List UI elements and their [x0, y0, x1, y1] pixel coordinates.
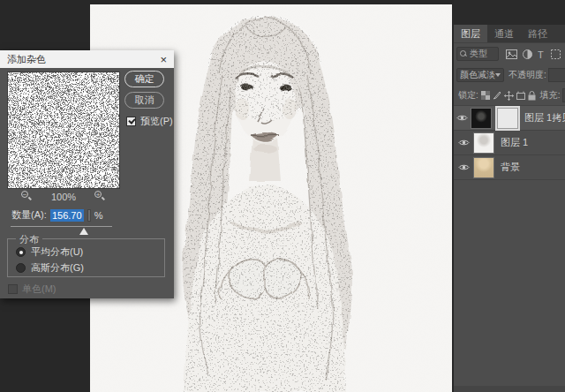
visibility-eye-icon[interactable] [456, 163, 471, 171]
amount-slider-track[interactable] [11, 226, 112, 227]
uniform-radio-label: 平均分布(U) [31, 245, 83, 259]
tab-paths[interactable]: 路径 [521, 25, 554, 42]
kind-filter-label: 类型 [470, 48, 487, 60]
tab-layers[interactable]: 图层 [454, 25, 487, 42]
gaussian-radio[interactable] [16, 263, 26, 273]
dialog-titlebar[interactable]: 添加杂色 × [0, 50, 174, 68]
lock-pixels-brush-icon[interactable] [493, 91, 501, 100]
zoom-out-icon[interactable]: − [21, 191, 33, 202]
panel-footer [454, 386, 565, 392]
dialog-title: 添加杂色 [7, 50, 46, 68]
cancel-button[interactable]: 取消 [124, 92, 164, 109]
ok-button[interactable]: 确定 [124, 71, 164, 87]
layer-thumbnail[interactable] [473, 157, 494, 178]
layer-thumbnail[interactable] [473, 132, 494, 154]
visibility-eye-icon[interactable] [456, 139, 471, 147]
blend-mode-value: 颜色减淡 [460, 69, 495, 81]
visibility-eye-icon[interactable] [456, 114, 468, 122]
svg-text:T: T [538, 49, 544, 59]
photoshop-workspace: 图层 通道 路径 类型 T 颜色减淡 不透明度: [0, 0, 565, 392]
layer-name[interactable]: 图层 1 [501, 136, 528, 149]
amount-slider-thumb[interactable] [79, 228, 88, 235]
panel-header-area [454, 0, 565, 25]
layers-panel: 图层 通道 路径 类型 T 颜色减淡 不透明度: [454, 0, 565, 392]
layer-list: 图层 1拷贝 图层 1 背景 [454, 105, 565, 180]
fill-label: 填充: [540, 89, 561, 102]
amount-stepper[interactable] [87, 209, 91, 222]
zoom-level: 100% [51, 192, 76, 202]
filter-shape-layers-icon[interactable] [551, 49, 561, 59]
lock-row: 锁定: 填充: [454, 86, 565, 105]
lock-all-icon[interactable] [528, 91, 536, 101]
amount-input[interactable]: 156.70 [50, 209, 84, 222]
fill-value-field[interactable] [562, 88, 565, 102]
opacity-value-field[interactable] [548, 68, 565, 82]
filter-pixel-layers-icon[interactable] [506, 49, 517, 59]
distribution-label: 分布 [16, 233, 42, 246]
blend-mode-select[interactable]: 颜色减淡 [456, 68, 504, 82]
monochrome-checkbox-label: 单色(M) [22, 283, 56, 296]
kind-filter-select[interactable]: 类型 [456, 47, 499, 61]
layer-row-background[interactable]: 背景 [454, 155, 565, 180]
monochrome-checkbox[interactable] [8, 284, 18, 294]
close-icon[interactable]: × [160, 54, 167, 65]
tab-channels[interactable]: 通道 [487, 25, 521, 42]
amount-label: 数量(A): [11, 208, 47, 222]
layer-name[interactable]: 背景 [501, 161, 520, 174]
layer-row-copy[interactable]: 图层 1拷贝 [454, 106, 565, 131]
add-noise-dialog: 添加杂色 × 确定 取消 预览(P) − 100% + [0, 50, 174, 298]
preview-checkbox-label: 预览(P) [140, 115, 173, 128]
panel-tabbar: 图层 通道 路径 [454, 25, 565, 43]
layer-filter-row: 类型 T [454, 43, 565, 64]
filter-type-layers-icon[interactable]: T [538, 49, 546, 59]
lock-transparent-icon[interactable] [481, 91, 490, 100]
uniform-radio[interactable] [16, 247, 26, 257]
search-icon [460, 50, 467, 57]
lock-position-move-icon[interactable] [504, 91, 514, 101]
distribution-group: 分布 平均分布(U) 高斯分布(G) [7, 238, 165, 277]
layer-row-1[interactable]: 图层 1 [454, 131, 565, 155]
blend-opacity-row: 颜色减淡 不透明度: [454, 64, 565, 86]
opacity-label: 不透明度: [508, 69, 546, 81]
noise-preview[interactable] [7, 72, 120, 189]
chevron-down-icon [495, 73, 501, 77]
preview-checkbox[interactable] [126, 117, 136, 126]
gaussian-radio-label: 高斯分布(G) [31, 261, 84, 275]
amount-row: 数量(A): 156.70 % [11, 208, 103, 222]
preview-zoom-controls: − 100% + [7, 191, 120, 202]
layer-mask-thumbnail[interactable] [497, 108, 518, 129]
filter-adjustment-layers-icon[interactable] [523, 49, 532, 59]
amount-unit: % [94, 210, 103, 221]
layer-thumbnail[interactable] [471, 108, 492, 129]
lock-label: 锁定: [458, 89, 478, 102]
zoom-in-icon[interactable]: + [94, 191, 106, 202]
lock-artboard-icon[interactable] [516, 91, 525, 100]
layer-name[interactable]: 图层 1拷贝 [524, 111, 565, 124]
